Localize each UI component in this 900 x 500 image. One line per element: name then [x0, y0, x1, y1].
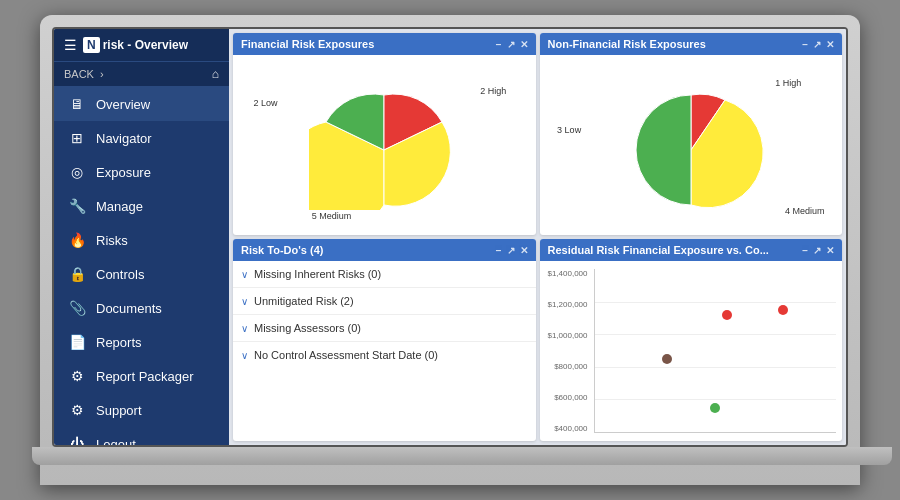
report-packager-icon: ⚙	[68, 368, 86, 384]
financial-minimize-btn[interactable]: −	[496, 39, 502, 50]
y-label-0: $1,400,000	[547, 269, 587, 278]
nonfinancial-label-high: 1 High	[775, 78, 801, 88]
todo-item-3[interactable]: ∨ No Control Assessment Start Date (0)	[233, 342, 536, 368]
scatter-dot-2	[662, 354, 672, 364]
nonfinancial-expand-btn[interactable]: ↗	[813, 39, 821, 50]
financial-label-low: 2 Low	[254, 98, 278, 108]
scatter-panel-header: Residual Risk Financial Exposure vs. Co.…	[540, 239, 843, 261]
logout-icon: ⏻	[68, 436, 86, 447]
scatter-dot-0	[722, 310, 732, 320]
reports-icon: 📄	[68, 334, 86, 350]
laptop-screen: ☰ N risk - Overview BACK › ⌂ 🖥 Overview	[52, 27, 848, 447]
nonfinancial-pie-chart	[616, 80, 766, 210]
nonfinancial-panel-body: 1 High 3 Low 4 Medium	[540, 55, 843, 235]
financial-expand-btn[interactable]: ↗	[507, 39, 515, 50]
sidebar-item-report-packager[interactable]: ⚙ Report Packager	[54, 359, 229, 393]
sidebar-item-support[interactable]: ⚙ Support	[54, 393, 229, 427]
financial-panel-title: Financial Risk Exposures	[241, 38, 374, 50]
scatter-dot-3	[710, 403, 720, 413]
documents-icon: 📎	[68, 300, 86, 316]
financial-panel: Financial Risk Exposures − ↗ ✕	[233, 33, 536, 235]
sidebar-item-risks[interactable]: 🔥 Risks	[54, 223, 229, 257]
financial-label-high: 2 High	[480, 86, 506, 96]
sidebar-header: ☰ N risk - Overview	[54, 29, 229, 62]
scatter-panel-body: $1,400,000 $1,200,000 $1,000,000 $800,00…	[540, 261, 843, 441]
scatter-expand-btn[interactable]: ↗	[813, 245, 821, 256]
nonfinancial-panel: Non-Financial Risk Exposures − ↗ ✕	[540, 33, 843, 235]
support-icon: ⚙	[68, 402, 86, 418]
scatter-dot-1	[778, 305, 788, 315]
risks-icon: 🔥	[68, 232, 86, 248]
sidebar-item-overview[interactable]: 🖥 Overview	[54, 87, 229, 121]
financial-panel-header: Financial Risk Exposures − ↗ ✕	[233, 33, 536, 55]
scatter-close-btn[interactable]: ✕	[826, 245, 834, 256]
manage-icon: 🔧	[68, 198, 86, 214]
nonfinancial-pie-container: 1 High 3 Low 4 Medium	[546, 61, 837, 229]
app-logo: N risk - Overview	[83, 37, 188, 53]
navigator-label: Navigator	[96, 131, 152, 146]
laptop-base	[32, 447, 892, 465]
controls-icon: 🔒	[68, 266, 86, 282]
manage-label: Manage	[96, 199, 143, 214]
back-label[interactable]: BACK	[64, 68, 94, 80]
todo-item-0[interactable]: ∨ Missing Inherent Risks (0)	[233, 261, 536, 288]
todo-panel-body: ∨ Missing Inherent Risks (0) ∨ Unmitigat…	[233, 261, 536, 441]
todo-close-btn[interactable]: ✕	[520, 245, 528, 256]
todo-panel: Risk To-Do's (4) − ↗ ✕ ∨ Missing Inheren…	[233, 239, 536, 441]
controls-label: Controls	[96, 267, 144, 282]
scatter-panel-controls: − ↗ ✕	[802, 245, 834, 256]
scatter-panel: Residual Risk Financial Exposure vs. Co.…	[540, 239, 843, 441]
app-title: risk - Overview	[103, 38, 188, 52]
nonfinancial-close-btn[interactable]: ✕	[826, 39, 834, 50]
documents-label: Documents	[96, 301, 162, 316]
navigator-icon: ⊞	[68, 130, 86, 146]
risks-label: Risks	[96, 233, 128, 248]
todo-item-2[interactable]: ∨ Missing Assessors (0)	[233, 315, 536, 342]
scatter-plot-area	[594, 269, 837, 433]
todo-label-1: Unmitigated Risk (2)	[254, 295, 354, 307]
financial-label-medium: 5 Medium	[312, 211, 352, 221]
grid-line-1	[595, 302, 837, 303]
todo-label-3: No Control Assessment Start Date (0)	[254, 349, 438, 361]
app-container: ☰ N risk - Overview BACK › ⌂ 🖥 Overview	[54, 29, 846, 445]
scatter-minimize-btn[interactable]: −	[802, 245, 808, 256]
report-packager-label: Report Packager	[96, 369, 194, 384]
reports-label: Reports	[96, 335, 142, 350]
sidebar: ☰ N risk - Overview BACK › ⌂ 🖥 Overview	[54, 29, 229, 445]
nonfinancial-minimize-btn[interactable]: −	[802, 39, 808, 50]
sidebar-item-manage[interactable]: 🔧 Manage	[54, 189, 229, 223]
nonfinancial-label-low: 3 Low	[557, 125, 581, 135]
sidebar-item-logout[interactable]: ⏻ Logout	[54, 427, 229, 447]
exposure-label: Exposure	[96, 165, 151, 180]
support-label: Support	[96, 403, 142, 418]
laptop-shell: ☰ N risk - Overview BACK › ⌂ 🖥 Overview	[40, 15, 860, 485]
financial-pie-chart	[309, 80, 459, 210]
scatter-y-axis: $1,400,000 $1,200,000 $1,000,000 $800,00…	[542, 265, 592, 437]
todo-panel-header: Risk To-Do's (4) − ↗ ✕	[233, 239, 536, 261]
back-arrow-icon[interactable]: ›	[100, 68, 104, 80]
todo-label-2: Missing Assessors (0)	[254, 322, 361, 334]
financial-close-btn[interactable]: ✕	[520, 39, 528, 50]
todo-minimize-btn[interactable]: −	[496, 245, 502, 256]
todo-expand-btn[interactable]: ↗	[507, 245, 515, 256]
todo-item-1[interactable]: ∨ Unmitigated Risk (2)	[233, 288, 536, 315]
todo-list: ∨ Missing Inherent Risks (0) ∨ Unmitigat…	[233, 261, 536, 368]
scatter-panel-title: Residual Risk Financial Exposure vs. Co.…	[548, 244, 769, 256]
sidebar-item-exposure[interactable]: ◎ Exposure	[54, 155, 229, 189]
scatter-container: $1,400,000 $1,200,000 $1,000,000 $800,00…	[542, 265, 841, 437]
sidebar-item-navigator[interactable]: ⊞ Navigator	[54, 121, 229, 155]
nonfinancial-panel-controls: − ↗ ✕	[802, 39, 834, 50]
sidebar-item-documents[interactable]: 📎 Documents	[54, 291, 229, 325]
todo-label-0: Missing Inherent Risks (0)	[254, 268, 381, 280]
todo-chevron-2: ∨	[241, 323, 248, 334]
nonfinancial-panel-title: Non-Financial Risk Exposures	[548, 38, 706, 50]
todo-chevron-3: ∨	[241, 350, 248, 361]
hamburger-icon[interactable]: ☰	[64, 37, 77, 53]
sidebar-item-controls[interactable]: 🔒 Controls	[54, 257, 229, 291]
grid-line-4	[595, 399, 837, 400]
sidebar-item-reports[interactable]: 📄 Reports	[54, 325, 229, 359]
grid-line-3	[595, 367, 837, 368]
sidebar-back-bar: BACK › ⌂	[54, 62, 229, 87]
home-icon[interactable]: ⌂	[212, 67, 219, 81]
grid-line-2	[595, 334, 837, 335]
